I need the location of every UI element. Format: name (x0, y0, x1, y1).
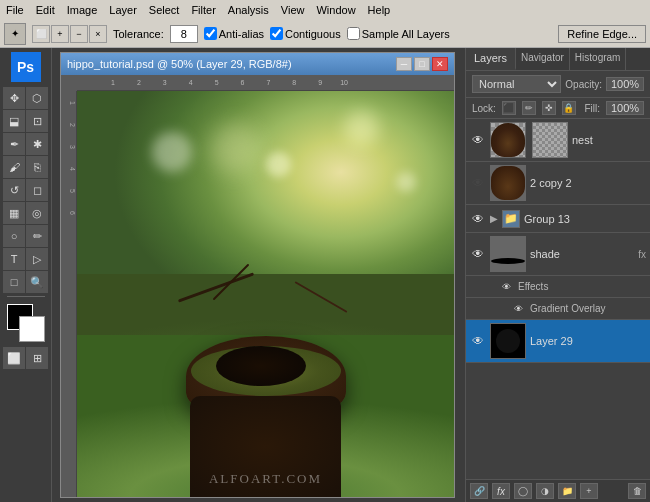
close-button[interactable]: ✕ (432, 57, 448, 71)
pen-tool[interactable]: ✏ (26, 225, 48, 247)
maximize-button[interactable]: □ (414, 57, 430, 71)
new-group-icon[interactable]: 📁 (558, 483, 576, 499)
zoom-tool[interactable]: 🔍 (26, 271, 48, 293)
screen-mode-tool[interactable]: ⊞ (26, 347, 48, 369)
menu-analysis[interactable]: Analysis (222, 2, 275, 18)
layer-info-copy2: 2 copy 2 (530, 177, 646, 189)
visibility-eye-copy2[interactable]: 👁 (470, 175, 486, 191)
effects-label: Effects (518, 281, 548, 292)
panel-tabs: Layers Navigator Histogram (466, 48, 650, 71)
quick-mask-tool[interactable]: ⬜ (3, 347, 25, 369)
menu-select[interactable]: Select (143, 2, 186, 18)
canvas-area: hippo_tutorial.psd @ 50% (Layer 29, RGB/… (52, 48, 465, 502)
menu-layer[interactable]: Layer (103, 2, 143, 18)
document-canvas[interactable]: AlfoArt.com (77, 91, 454, 497)
text-tool[interactable]: T (3, 248, 25, 270)
menu-window[interactable]: Window (310, 2, 361, 18)
visibility-eye-nest[interactable]: 👁 (470, 132, 486, 148)
panel-bottom-toolbar: 🔗 fx ◯ ◑ 📁 + 🗑 (466, 479, 650, 502)
menu-file[interactable]: File (0, 2, 30, 18)
lock-all-icon[interactable]: 🔒 (562, 101, 576, 115)
clone-stamp-tool[interactable]: ⎘ (26, 156, 48, 178)
add-selection-btn[interactable]: + (51, 25, 69, 43)
minimize-button[interactable]: ─ (396, 57, 412, 71)
quick-select-tool[interactable]: ⬓ (3, 110, 25, 132)
layer-item-group13[interactable]: 👁 ▶ 📁 Group 13 (466, 205, 650, 233)
lasso-tool[interactable]: ⬡ (26, 87, 48, 109)
sample-all-checkbox[interactable] (347, 27, 360, 40)
brush-tool[interactable]: 🖌 (3, 156, 25, 178)
gradient-overlay-label: Gradient Overlay (530, 303, 606, 314)
visibility-eye-effects[interactable]: 👁 (498, 279, 514, 295)
contiguous-checkbox[interactable] (270, 27, 283, 40)
fill-input[interactable] (606, 101, 644, 115)
options-bar: ✦ ⬜ + − × Tolerance: Anti-alias Contiguo… (0, 20, 650, 48)
anti-alias-label[interactable]: Anti-alias (204, 27, 264, 40)
menu-view[interactable]: View (275, 2, 311, 18)
visibility-eye-gradient[interactable]: 👁 (510, 301, 526, 317)
sample-all-label[interactable]: Sample All Layers (347, 27, 450, 40)
watermark: AlfoArt.com (209, 471, 322, 487)
delete-layer-icon[interactable]: 🗑 (628, 483, 646, 499)
menu-image[interactable]: Image (61, 2, 104, 18)
contiguous-label[interactable]: Contiguous (270, 27, 341, 40)
menu-filter[interactable]: Filter (185, 2, 221, 18)
background-color[interactable] (19, 316, 45, 342)
tolerance-input[interactable] (170, 25, 198, 43)
layer-mask-nest (532, 122, 568, 158)
path-select-tool[interactable]: ▷ (26, 248, 48, 270)
layer-item-shade[interactable]: 👁 shade fx (466, 233, 650, 276)
eraser-tool[interactable]: ◻ (26, 179, 48, 201)
layer-item-nest[interactable]: 👁 nest (466, 119, 650, 162)
tab-navigator[interactable]: Navigator (516, 48, 570, 70)
menu-help[interactable]: Help (362, 2, 397, 18)
history-brush-tool[interactable]: ↺ (3, 179, 25, 201)
lock-transparent-icon[interactable]: ⬛ (502, 101, 516, 115)
tab-histogram[interactable]: Histogram (570, 48, 627, 70)
intersect-selection-btn[interactable]: × (89, 25, 107, 43)
new-adjustment-icon[interactable]: ◑ (536, 483, 554, 499)
ps-logo: Ps (11, 52, 41, 82)
add-mask-icon[interactable]: ◯ (514, 483, 532, 499)
layer-item-layer29[interactable]: 👁 Layer 29 (466, 320, 650, 363)
visibility-eye-shade[interactable]: 👁 (470, 246, 486, 262)
move-tool[interactable]: ✥ (3, 87, 25, 109)
lock-position-icon[interactable]: ✜ (542, 101, 556, 115)
add-layer-style-icon[interactable]: fx (492, 483, 510, 499)
opacity-label: Opacity: (565, 79, 602, 90)
layer-thumb-layer29 (490, 323, 526, 359)
layer-thumb-shade (490, 236, 526, 272)
new-selection-btn[interactable]: ⬜ (32, 25, 50, 43)
effects-header-item[interactable]: 👁 Effects (466, 276, 650, 298)
anti-alias-checkbox[interactable] (204, 27, 217, 40)
shape-tool[interactable]: □ (3, 271, 25, 293)
crop-tool[interactable]: ⊡ (26, 110, 48, 132)
lock-label: Lock: (472, 103, 496, 114)
menu-edit[interactable]: Edit (30, 2, 61, 18)
refine-edge-button[interactable]: Refine Edge... (558, 25, 646, 43)
visibility-eye-layer29[interactable]: 👁 (470, 333, 486, 349)
layer-item-copy2[interactable]: 👁 2 copy 2 (466, 162, 650, 205)
gradient-overlay-item[interactable]: 👁 Gradient Overlay (466, 298, 650, 320)
gradient-tool[interactable]: ▦ (3, 202, 25, 224)
layer-name-copy2: 2 copy 2 (530, 177, 646, 189)
color-swatch[interactable] (7, 304, 45, 342)
fill-label: Fill: (584, 103, 600, 114)
visibility-eye-group13[interactable]: 👁 (470, 211, 486, 227)
spot-heal-tool[interactable]: ✱ (26, 133, 48, 155)
layer-info-shade: shade (530, 248, 632, 260)
lock-image-icon[interactable]: ✏ (522, 101, 536, 115)
layer-info-nest: nest (572, 134, 646, 146)
link-layers-icon[interactable]: 🔗 (470, 483, 488, 499)
new-layer-icon[interactable]: + (580, 483, 598, 499)
group-arrow-icon[interactable]: ▶ (490, 213, 498, 224)
subtract-selection-btn[interactable]: − (70, 25, 88, 43)
layers-panel: Layers Navigator Histogram Normal Opacit… (465, 48, 650, 502)
eyedropper-tool[interactable]: ✒ (3, 133, 25, 155)
blend-mode-select[interactable]: Normal (472, 75, 561, 93)
opacity-input[interactable] (606, 77, 644, 91)
layers-list: 👁 nest 👁 2 copy 2 (466, 119, 650, 479)
dodge-tool[interactable]: ○ (3, 225, 25, 247)
tab-layers[interactable]: Layers (466, 48, 516, 70)
blur-tool[interactable]: ◎ (26, 202, 48, 224)
